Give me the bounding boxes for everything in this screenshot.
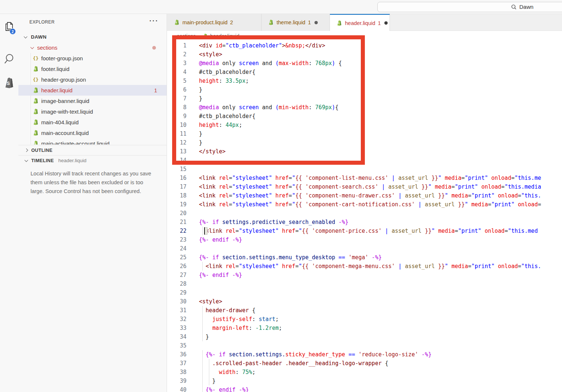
tree-folder-sections[interactable]: sections	[18, 42, 167, 53]
code-line-32[interactable]: 32 justify-self: start;	[167, 315, 562, 324]
outline-title: OUTLINE	[31, 148, 53, 153]
code-line-37[interactable]: 37 .scrolled-past-header .header__headin…	[167, 359, 562, 368]
svg-text:S: S	[35, 142, 36, 145]
line-content: {%- if section.settings.sticky_header_ty…	[199, 350, 562, 359]
json-file-icon: {}	[32, 77, 39, 82]
line-number: 18	[167, 191, 186, 200]
code-line-26[interactable]: 26 <link rel="stylesheet" href="{{ 'comp…	[167, 262, 562, 271]
file-row-main-activate-account-liquid[interactable]: Smain-activate-account.liquid	[18, 138, 167, 145]
code-line-8[interactable]: 8@media only screen and (min-width: 769p…	[167, 103, 562, 112]
line-number: 35	[167, 341, 186, 350]
breadcrumb-file[interactable]: header.liquid	[210, 33, 239, 39]
code-line-38[interactable]: 38 width: 75%;	[167, 368, 562, 377]
breadcrumb[interactable]: sections › S header.liquid	[167, 31, 562, 41]
code-line-1[interactable]: 1<div id="ctb_placeholder">&nbsp;</div>	[167, 41, 562, 50]
file-row-footer-group-json[interactable]: {}footer-group.json	[18, 53, 167, 64]
code-line-16[interactable]: 16<link rel="stylesheet" href="{{ 'compo…	[167, 174, 562, 182]
line-content: @media only screen and (min-width: 769px…	[199, 103, 562, 112]
code-line-24[interactable]: 24	[167, 244, 562, 253]
line-number: 26	[167, 262, 186, 271]
file-row-main-account-liquid[interactable]: Smain-account.liquid	[18, 128, 167, 138]
line-content: {%- endif -%}	[199, 271, 562, 279]
code-line-27[interactable]: 27{%- endif -%}	[167, 271, 562, 279]
tab-theme-liquid[interactable]: Stheme.liquid1	[262, 14, 330, 31]
code-line-11[interactable]: 11}	[167, 129, 562, 138]
code-line-40[interactable]: 40 {%- endif -%}	[167, 385, 562, 392]
code-line-9[interactable]: 9#ctb_placeholder{	[167, 112, 562, 121]
outline-header[interactable]: OUTLINE	[18, 145, 167, 155]
code-line-29[interactable]: 29	[167, 288, 562, 297]
file-row-image-with-text-liquid[interactable]: Simage-with-text.liquid	[18, 106, 167, 117]
code-line-7[interactable]: 7}	[167, 94, 562, 103]
code-line-6[interactable]: 6}	[167, 85, 562, 94]
tab-main-product-liquid[interactable]: Smain-product.liquid2	[167, 14, 262, 31]
code-line-30[interactable]: 30<style>	[167, 297, 562, 306]
code-line-39[interactable]: 39 }	[167, 377, 562, 385]
dirty-dot-icon[interactable]	[314, 21, 318, 24]
code-area[interactable]: 1<div id="ctb_placeholder">&nbsp;</div>2…	[167, 41, 562, 392]
line-number: 13	[167, 147, 186, 156]
file-row-main-404-liquid[interactable]: Smain-404.liquid	[18, 117, 167, 128]
code-line-14[interactable]: 14	[167, 156, 562, 165]
file-row-header-liquid[interactable]: Sheader.liquid1	[18, 85, 167, 96]
code-line-21[interactable]: 21{%- if settings.predictive_search_enab…	[167, 218, 562, 227]
command-center[interactable]: Dawn	[377, 2, 562, 12]
folder-label: sections	[37, 44, 57, 51]
line-number: 31	[167, 306, 186, 315]
code-line-34[interactable]: 34 }	[167, 332, 562, 341]
shopify-activity-button[interactable]: S	[0, 75, 18, 92]
dirty-dot-icon[interactable]	[384, 21, 388, 25]
code-line-28[interactable]: 28	[167, 279, 562, 288]
line-content: </style>	[199, 147, 562, 156]
chevron-down-icon	[24, 35, 28, 38]
more-actions-icon[interactable]: ···	[149, 17, 159, 25]
text-cursor	[204, 227, 205, 235]
breadcrumb-separator: ›	[198, 33, 200, 39]
code-line-17[interactable]: 17<link rel="stylesheet" href="{{ 'compo…	[167, 182, 562, 191]
code-line-12[interactable]: 12}	[167, 138, 562, 147]
line-content: {%- if settings.predictive_search_enable…	[199, 218, 562, 227]
code-line-19[interactable]: 19<link rel="stylesheet" href="{{ 'compo…	[167, 200, 562, 209]
code-line-31[interactable]: 31 header-drawer {	[167, 306, 562, 315]
explorer-activity-button[interactable]: 2	[0, 18, 18, 35]
breadcrumb-folder[interactable]: sections	[177, 33, 196, 39]
line-number: 2	[167, 50, 186, 59]
code-line-20[interactable]: 20	[167, 209, 562, 218]
indent-guide	[202, 377, 203, 385]
code-line-15[interactable]: 15	[167, 165, 562, 174]
tab-header-liquid[interactable]: Sheader.liquid1	[330, 14, 390, 31]
code-line-36[interactable]: 36 {%- if section.settings.sticky_header…	[167, 350, 562, 359]
line-number: 14	[167, 156, 186, 165]
code-line-13[interactable]: 13</style>	[167, 147, 562, 156]
line-number: 36	[167, 350, 186, 359]
line-content: {%- endif -%}	[199, 385, 562, 392]
code-line-33[interactable]: 33 margin-left: -1.2rem;	[167, 324, 562, 332]
svg-text:S: S	[338, 22, 339, 24]
line-content: <div id="ctb_placeholder">&nbsp;</div>	[199, 41, 562, 50]
code-line-3[interactable]: 3@media only screen and (max-width: 768p…	[167, 59, 562, 68]
timeline-header[interactable]: TIMELINE header.liquid	[18, 155, 167, 165]
file-name: footer-group.json	[41, 55, 83, 61]
code-line-10[interactable]: 10height: 44px;	[167, 121, 562, 129]
file-row-footer-liquid[interactable]: Sfooter.liquid	[18, 64, 167, 74]
code-line-4[interactable]: 4#ctb_placeholder{	[167, 68, 562, 76]
file-name: main-activate-account.liquid	[41, 140, 110, 145]
indent-guide	[209, 377, 209, 385]
code-line-25[interactable]: 25{%- if section.settings.menu_type_desk…	[167, 253, 562, 262]
code-line-35[interactable]: 35	[167, 341, 562, 350]
code-line-23[interactable]: 23{%- endif -%}	[167, 235, 562, 244]
line-content: }	[199, 138, 562, 147]
file-row-image-banner-liquid[interactable]: Simage-banner.liquid	[18, 96, 167, 106]
file-row-header-group-json[interactable]: {}header-group.json	[18, 74, 167, 85]
shopify-file-icon: S	[337, 20, 342, 26]
code-line-5[interactable]: 5height: 33.5px;	[167, 76, 562, 85]
tab-label: theme.liquid	[277, 19, 305, 25]
search-activity-button[interactable]	[0, 51, 18, 68]
svg-text:S: S	[35, 100, 36, 102]
line-content: #ctb_placeholder{	[199, 112, 562, 121]
code-line-2[interactable]: 2<style>	[167, 50, 562, 59]
code-line-18[interactable]: 18<link rel="stylesheet" href="{{ 'compo…	[167, 191, 562, 200]
tree-root-dawn[interactable]: DAWN	[18, 32, 167, 42]
code-line-22[interactable]: 22 <link rel="stylesheet" href="{{ 'comp…	[167, 227, 562, 235]
shopify-file-icon: S	[32, 108, 39, 115]
